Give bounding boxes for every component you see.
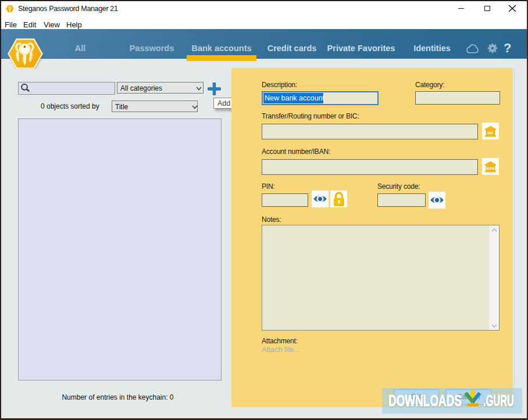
- svg-text:.GURU: .GURU: [483, 391, 514, 410]
- svg-text:BIC: BIC: [487, 131, 494, 135]
- svg-text:IBAN: IBAN: [487, 167, 495, 170]
- svg-text:DOWNLOADS: DOWNLOADS: [388, 391, 462, 410]
